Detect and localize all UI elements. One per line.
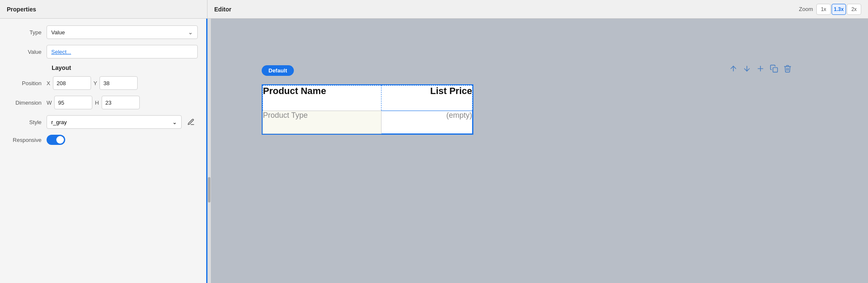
zoom-1-3x-button[interactable]: 1.3x — [832, 4, 846, 15]
style-edit-button[interactable] — [184, 115, 198, 129]
position-label: Position — [8, 80, 47, 86]
move-up-icon[interactable] — [729, 64, 738, 73]
pos-y-key: Y — [94, 80, 97, 86]
zoom-1x-button[interactable]: 1x — [816, 4, 831, 15]
dimension-coords: W H — [47, 96, 198, 109]
copy-icon[interactable] — [770, 64, 778, 73]
type-label: Type — [8, 29, 47, 36]
table-widget: Product Name List Price Product Type (em… — [262, 84, 473, 135]
type-row: Type Value ⌄ — [8, 25, 198, 39]
main-layout: Type Value ⌄ Value Select... Layout Posi… — [0, 19, 868, 283]
scrollbar[interactable] — [207, 19, 211, 283]
responsive-row: Responsive — [8, 135, 198, 145]
editor-toolbar — [729, 64, 792, 73]
dim-h-input[interactable] — [102, 96, 140, 109]
value-row: Value Select... — [8, 45, 198, 58]
position-coords: X Y — [47, 76, 198, 90]
style-row: Style r_gray ⌄ — [8, 115, 198, 129]
value-input[interactable]: Select... — [47, 45, 198, 58]
style-select-value: r_gray — [51, 119, 67, 125]
type-select-chevron: ⌄ — [188, 29, 193, 36]
properties-panel: Type Value ⌄ Value Select... Layout Posi… — [0, 19, 207, 283]
responsive-toggle[interactable] — [47, 135, 65, 145]
type-select[interactable]: Value ⌄ — [47, 25, 198, 39]
table-data-row: Product Type (empty) — [263, 111, 473, 134]
dim-h-key: H — [95, 100, 99, 106]
move-down-icon[interactable] — [743, 64, 751, 73]
position-row: Position X Y — [8, 76, 198, 90]
svg-rect-4 — [773, 68, 778, 72]
properties-panel-header: Properties — [0, 0, 207, 18]
top-bar: Properties Editor Zoom 1x 1.3x 2x — [0, 0, 868, 19]
dim-w-input[interactable] — [54, 96, 92, 109]
pos-x-input[interactable] — [53, 76, 91, 90]
cell-list-price[interactable]: List Price — [381, 86, 472, 111]
table-header-row: Product Name List Price — [263, 86, 473, 111]
zoom-2x-button[interactable]: 2x — [847, 4, 861, 15]
pos-y-input[interactable] — [100, 76, 138, 90]
editor-title: Editor — [214, 6, 231, 13]
add-icon[interactable] — [756, 64, 765, 73]
zoom-controls: Zoom 1x 1.3x 2x — [799, 4, 868, 15]
style-select[interactable]: r_gray ⌄ — [47, 115, 182, 129]
style-label: Style — [8, 119, 47, 125]
default-badge[interactable]: Default — [262, 65, 294, 76]
scrollbar-thumb[interactable] — [208, 177, 210, 203]
cell-empty[interactable]: (empty) — [381, 111, 472, 134]
dimension-label: Dimension — [8, 100, 47, 106]
editor-panel-header: Editor — [207, 0, 799, 18]
type-select-value: Value — [51, 29, 65, 36]
zoom-label: Zoom — [799, 6, 813, 12]
editor-panel: Default Product Name L — [211, 19, 868, 283]
delete-icon[interactable] — [783, 64, 792, 73]
cell-product-type[interactable]: Product Type — [263, 111, 381, 134]
value-label: Value — [8, 49, 47, 55]
dim-w-key: W — [47, 100, 52, 106]
cell-product-name[interactable]: Product Name — [263, 86, 381, 111]
style-select-chevron: ⌄ — [172, 119, 177, 125]
responsive-label: Responsive — [8, 137, 47, 143]
properties-title: Properties — [7, 6, 36, 13]
value-select-text: Select... — [51, 49, 71, 55]
data-table: Product Name List Price Product Type (em… — [263, 85, 473, 134]
pos-x-key: X — [47, 80, 50, 86]
layout-section-label: Layout — [8, 64, 198, 71]
dimension-row: Dimension W H — [8, 96, 198, 109]
